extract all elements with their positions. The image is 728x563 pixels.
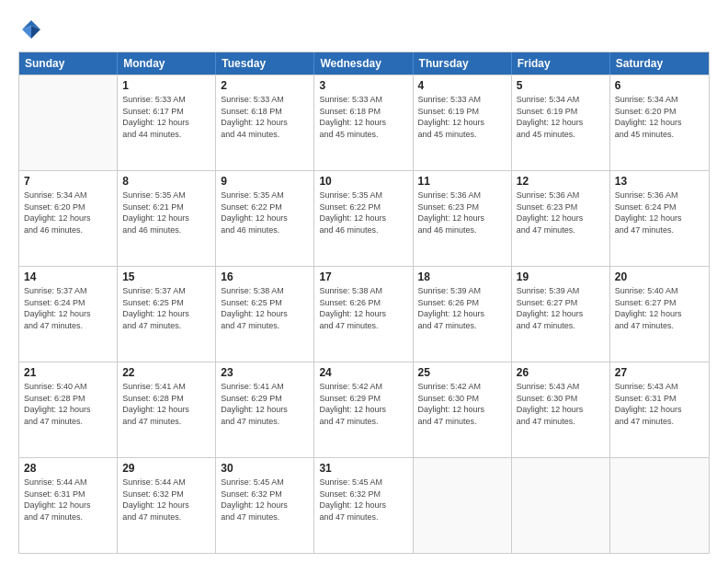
- header-day-thursday: Thursday: [414, 52, 512, 75]
- calendar-cell-4-1: 29Sunrise: 5:44 AM Sunset: 6:32 PM Dayli…: [118, 458, 216, 553]
- day-info: Sunrise: 5:33 AM Sunset: 6:17 PM Dayligh…: [122, 94, 210, 140]
- calendar-cell-4-0: 28Sunrise: 5:44 AM Sunset: 6:31 PM Dayli…: [19, 458, 118, 553]
- calendar-row-2: 14Sunrise: 5:37 AM Sunset: 6:24 PM Dayli…: [19, 266, 709, 362]
- calendar-cell-0-3: 3Sunrise: 5:33 AM Sunset: 6:18 PM Daylig…: [314, 75, 413, 170]
- calendar-cell-2-3: 17Sunrise: 5:38 AM Sunset: 6:26 PM Dayli…: [314, 267, 413, 362]
- header-day-tuesday: Tuesday: [216, 52, 314, 75]
- day-number: 16: [221, 270, 309, 283]
- calendar-cell-3-0: 21Sunrise: 5:40 AM Sunset: 6:28 PM Dayli…: [19, 362, 118, 457]
- calendar-cell-0-0: [19, 75, 118, 170]
- calendar-cell-4-5: [512, 458, 610, 553]
- day-info: Sunrise: 5:35 AM Sunset: 6:22 PM Dayligh…: [221, 190, 309, 236]
- day-info: Sunrise: 5:40 AM Sunset: 6:27 PM Dayligh…: [615, 285, 704, 331]
- calendar-cell-4-3: 31Sunrise: 5:45 AM Sunset: 6:32 PM Dayli…: [314, 458, 413, 553]
- day-number: 10: [319, 175, 407, 188]
- calendar-cell-0-4: 4Sunrise: 5:33 AM Sunset: 6:19 PM Daylig…: [414, 75, 512, 170]
- calendar-cell-1-6: 13Sunrise: 5:36 AM Sunset: 6:24 PM Dayli…: [610, 171, 709, 266]
- day-info: Sunrise: 5:42 AM Sunset: 6:29 PM Dayligh…: [319, 381, 407, 427]
- header-day-sunday: Sunday: [19, 52, 118, 75]
- day-info: Sunrise: 5:43 AM Sunset: 6:31 PM Dayligh…: [615, 381, 704, 427]
- day-number: 19: [517, 270, 605, 283]
- calendar-cell-3-6: 27Sunrise: 5:43 AM Sunset: 6:31 PM Dayli…: [610, 362, 709, 457]
- calendar-cell-0-6: 6Sunrise: 5:34 AM Sunset: 6:20 PM Daylig…: [610, 75, 709, 170]
- logo: [18, 17, 48, 42]
- day-number: 20: [615, 270, 704, 283]
- calendar-cell-3-4: 25Sunrise: 5:42 AM Sunset: 6:30 PM Dayli…: [414, 362, 512, 457]
- day-number: 8: [122, 175, 210, 188]
- day-number: 28: [24, 462, 112, 475]
- calendar-cell-1-0: 7Sunrise: 5:34 AM Sunset: 6:20 PM Daylig…: [19, 171, 118, 266]
- calendar-cell-0-1: 1Sunrise: 5:33 AM Sunset: 6:17 PM Daylig…: [118, 75, 216, 170]
- calendar-cell-2-1: 15Sunrise: 5:37 AM Sunset: 6:25 PM Dayli…: [118, 267, 216, 362]
- header: [18, 17, 710, 42]
- day-info: Sunrise: 5:33 AM Sunset: 6:19 PM Dayligh…: [418, 94, 506, 140]
- day-number: 3: [319, 79, 407, 92]
- day-info: Sunrise: 5:34 AM Sunset: 6:20 PM Dayligh…: [615, 94, 704, 140]
- calendar-cell-3-1: 22Sunrise: 5:41 AM Sunset: 6:28 PM Dayli…: [118, 362, 216, 457]
- calendar-cell-3-2: 23Sunrise: 5:41 AM Sunset: 6:29 PM Dayli…: [216, 362, 314, 457]
- day-info: Sunrise: 5:33 AM Sunset: 6:18 PM Dayligh…: [319, 94, 407, 140]
- day-number: 4: [418, 79, 506, 92]
- day-number: 12: [517, 175, 605, 188]
- day-info: Sunrise: 5:42 AM Sunset: 6:30 PM Dayligh…: [418, 381, 506, 427]
- logo-icon: [18, 17, 44, 42]
- day-info: Sunrise: 5:38 AM Sunset: 6:26 PM Dayligh…: [319, 285, 407, 331]
- calendar-cell-3-3: 24Sunrise: 5:42 AM Sunset: 6:29 PM Dayli…: [314, 362, 413, 457]
- calendar-cell-4-6: [610, 458, 709, 553]
- day-number: 7: [24, 175, 112, 188]
- day-info: Sunrise: 5:44 AM Sunset: 6:31 PM Dayligh…: [24, 477, 112, 523]
- calendar-cell-3-5: 26Sunrise: 5:43 AM Sunset: 6:30 PM Dayli…: [512, 362, 610, 457]
- calendar-cell-2-0: 14Sunrise: 5:37 AM Sunset: 6:24 PM Dayli…: [19, 267, 118, 362]
- day-info: Sunrise: 5:34 AM Sunset: 6:19 PM Dayligh…: [517, 94, 605, 140]
- day-info: Sunrise: 5:39 AM Sunset: 6:26 PM Dayligh…: [418, 285, 506, 331]
- calendar-header: SundayMondayTuesdayWednesdayThursdayFrid…: [19, 52, 709, 75]
- day-info: Sunrise: 5:44 AM Sunset: 6:32 PM Dayligh…: [122, 477, 210, 523]
- day-info: Sunrise: 5:43 AM Sunset: 6:30 PM Dayligh…: [517, 381, 605, 427]
- day-info: Sunrise: 5:36 AM Sunset: 6:23 PM Dayligh…: [517, 190, 605, 236]
- day-number: 13: [615, 175, 704, 188]
- svg-marker-2: [22, 26, 31, 39]
- header-day-monday: Monday: [118, 52, 216, 75]
- calendar-body: 1Sunrise: 5:33 AM Sunset: 6:17 PM Daylig…: [19, 75, 709, 553]
- day-info: Sunrise: 5:36 AM Sunset: 6:23 PM Dayligh…: [418, 190, 506, 236]
- header-day-saturday: Saturday: [610, 52, 709, 75]
- day-number: 24: [319, 366, 407, 379]
- day-info: Sunrise: 5:35 AM Sunset: 6:21 PM Dayligh…: [122, 190, 210, 236]
- calendar-cell-1-3: 10Sunrise: 5:35 AM Sunset: 6:22 PM Dayli…: [314, 171, 413, 266]
- day-info: Sunrise: 5:41 AM Sunset: 6:28 PM Dayligh…: [122, 381, 210, 427]
- day-number: 17: [319, 270, 407, 283]
- calendar-cell-1-1: 8Sunrise: 5:35 AM Sunset: 6:21 PM Daylig…: [118, 171, 216, 266]
- day-number: 2: [221, 79, 309, 92]
- day-info: Sunrise: 5:38 AM Sunset: 6:25 PM Dayligh…: [221, 285, 309, 331]
- day-number: 14: [24, 270, 112, 283]
- header-day-friday: Friday: [512, 52, 610, 75]
- day-info: Sunrise: 5:34 AM Sunset: 6:20 PM Dayligh…: [24, 190, 112, 236]
- day-info: Sunrise: 5:45 AM Sunset: 6:32 PM Dayligh…: [319, 477, 407, 523]
- day-info: Sunrise: 5:39 AM Sunset: 6:27 PM Dayligh…: [517, 285, 605, 331]
- day-number: 21: [24, 366, 112, 379]
- day-number: 29: [122, 462, 210, 475]
- day-info: Sunrise: 5:40 AM Sunset: 6:28 PM Dayligh…: [24, 381, 112, 427]
- day-info: Sunrise: 5:41 AM Sunset: 6:29 PM Dayligh…: [221, 381, 309, 427]
- day-info: Sunrise: 5:37 AM Sunset: 6:24 PM Dayligh…: [24, 285, 112, 331]
- calendar-cell-4-2: 30Sunrise: 5:45 AM Sunset: 6:32 PM Dayli…: [216, 458, 314, 553]
- svg-marker-1: [31, 26, 40, 39]
- calendar-row-0: 1Sunrise: 5:33 AM Sunset: 6:17 PM Daylig…: [19, 75, 709, 170]
- calendar-cell-0-5: 5Sunrise: 5:34 AM Sunset: 6:19 PM Daylig…: [512, 75, 610, 170]
- day-number: 27: [615, 366, 704, 379]
- page: SundayMondayTuesdayWednesdayThursdayFrid…: [0, 0, 728, 563]
- calendar-cell-2-4: 18Sunrise: 5:39 AM Sunset: 6:26 PM Dayli…: [414, 267, 512, 362]
- day-number: 22: [122, 366, 210, 379]
- calendar: SundayMondayTuesdayWednesdayThursdayFrid…: [18, 52, 710, 554]
- calendar-cell-4-4: [414, 458, 512, 553]
- day-number: 11: [418, 175, 506, 188]
- day-number: 25: [418, 366, 506, 379]
- calendar-row-1: 7Sunrise: 5:34 AM Sunset: 6:20 PM Daylig…: [19, 170, 709, 266]
- calendar-cell-1-4: 11Sunrise: 5:36 AM Sunset: 6:23 PM Dayli…: [414, 171, 512, 266]
- day-info: Sunrise: 5:33 AM Sunset: 6:18 PM Dayligh…: [221, 94, 309, 140]
- calendar-cell-1-5: 12Sunrise: 5:36 AM Sunset: 6:23 PM Dayli…: [512, 171, 610, 266]
- calendar-cell-0-2: 2Sunrise: 5:33 AM Sunset: 6:18 PM Daylig…: [216, 75, 314, 170]
- day-number: 18: [418, 270, 506, 283]
- day-info: Sunrise: 5:45 AM Sunset: 6:32 PM Dayligh…: [221, 477, 309, 523]
- header-day-wednesday: Wednesday: [314, 52, 413, 75]
